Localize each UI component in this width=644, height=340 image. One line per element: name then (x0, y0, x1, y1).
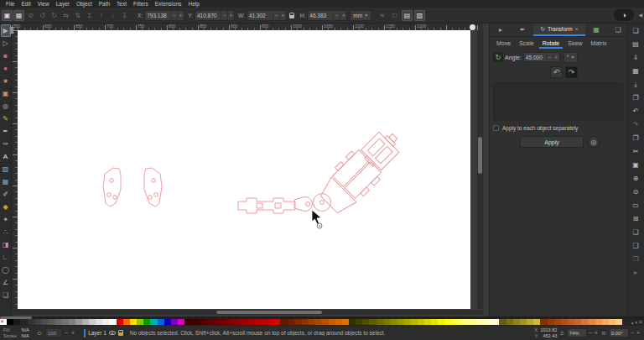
zoom-page-width-button[interactable]: ⊞ (630, 213, 641, 224)
color-swatch[interactable] (247, 319, 253, 325)
menu-item[interactable]: File (3, 1, 18, 7)
layer-visibility-icon[interactable] (109, 331, 116, 335)
color-swatch[interactable] (403, 319, 410, 325)
tweak-tool[interactable]: ✦ (1, 213, 11, 226)
snap-controls-toggle[interactable]: ◑ (614, 9, 634, 21)
color-swatch[interactable] (431, 319, 438, 325)
color-swatch[interactable] (150, 319, 157, 325)
color-swatch[interactable] (383, 319, 390, 325)
lower-button[interactable]: ↓ (107, 10, 118, 21)
color-swatch[interactable] (561, 319, 568, 325)
star-tool[interactable]: ★ (1, 75, 11, 87)
create-clone-button[interactable]: ❑ (630, 240, 641, 251)
rectangle-tool[interactable]: ■ (1, 50, 11, 62)
zoom-input[interactable] (568, 331, 586, 336)
color-swatch[interactable] (164, 319, 171, 325)
raise-to-top-button[interactable]: ↥ (84, 10, 95, 21)
color-swatch[interactable] (609, 319, 615, 325)
color-swatch[interactable] (171, 319, 178, 325)
horizontal-ruler[interactable]: 5506006507007508008509009501000105011001… (12, 24, 483, 30)
opacity-input[interactable] (46, 331, 61, 336)
color-swatch[interactable] (581, 319, 588, 325)
color-swatch[interactable] (239, 319, 246, 325)
color-swatch[interactable] (418, 319, 424, 325)
new-document-button[interactable]: ❏ (630, 25, 641, 36)
apply-button[interactable]: Apply (520, 136, 584, 148)
menu-item[interactable]: Extensions (152, 1, 185, 7)
current-layer-name[interactable]: Layer 1 (88, 330, 106, 336)
color-swatch[interactable] (397, 319, 403, 325)
select-all-in-layers-button[interactable]: ▦ (13, 10, 24, 21)
color-swatch[interactable] (499, 319, 506, 325)
bucket-tool[interactable]: ◆ (1, 201, 11, 213)
palette-scroll-up-icon[interactable]: ▴ (631, 320, 634, 325)
rotate-clockwise-button[interactable]: ↷ (565, 66, 578, 78)
zoom-to-drawing-button[interactable]: ⊙ (630, 186, 641, 197)
menu-item[interactable]: Object (73, 1, 96, 7)
menu-item[interactable]: View (34, 1, 53, 7)
color-swatch[interactable] (219, 319, 226, 325)
color-swatch[interactable] (438, 319, 444, 325)
lock-ratio-icon[interactable] (288, 10, 297, 20)
color-swatch[interactable] (280, 319, 287, 325)
print-button[interactable]: ▦ (630, 65, 641, 76)
color-swatch[interactable] (89, 319, 96, 325)
rotate-direction-icon[interactable]: ↻ (493, 52, 503, 62)
transform-mode-tab[interactable]: Skew (564, 39, 585, 49)
deselect-button[interactable]: ⊘ (25, 10, 36, 21)
zoom-to-page-button[interactable]: ▭ (630, 200, 641, 211)
scale-corners-toggle[interactable]: □ (389, 10, 400, 21)
color-swatch[interactable] (342, 319, 349, 325)
menu-item[interactable]: Help (185, 1, 203, 7)
eraser-tool[interactable]: ◨ (1, 238, 11, 251)
copy-button[interactable]: ❐ (630, 133, 641, 144)
menu-item[interactable]: Layer (53, 1, 73, 7)
collapse-snapbar-icon[interactable]: ◀ (638, 12, 642, 18)
color-swatch[interactable] (0, 319, 7, 325)
color-swatch[interactable] (479, 319, 486, 325)
cut-button[interactable]: ✂ (630, 146, 641, 157)
color-swatch[interactable] (288, 319, 294, 325)
scale-stroke-toggle[interactable]: ≈ (377, 10, 387, 21)
horizontal-scrollbar-thumb[interactable] (216, 311, 322, 314)
color-swatch[interactable] (458, 319, 465, 325)
palette-scrollbar[interactable] (0, 316, 644, 319)
color-swatch[interactable] (55, 319, 61, 325)
color-swatch[interactable] (96, 319, 102, 325)
width-input[interactable] (247, 13, 273, 18)
expand-toolbar-arrow[interactable]: ▸ (630, 267, 641, 278)
color-swatch[interactable] (513, 319, 520, 325)
transform-mode-tab[interactable]: Scale (516, 39, 538, 49)
color-swatch[interactable] (540, 319, 547, 325)
color-swatch[interactable] (486, 319, 492, 325)
color-swatch[interactable] (588, 319, 595, 325)
color-swatch[interactable] (506, 319, 513, 325)
open-document-button[interactable]: ▤ (630, 39, 641, 50)
color-swatch[interactable] (465, 319, 472, 325)
units-dropdown[interactable]: mm▼ (350, 10, 371, 21)
color-swatch[interactable] (520, 319, 527, 325)
color-swatch[interactable] (308, 319, 314, 325)
color-swatch[interactable] (451, 319, 458, 325)
color-swatch[interactable] (28, 319, 34, 325)
color-swatch[interactable] (356, 319, 362, 325)
color-swatch[interactable] (48, 319, 55, 325)
color-swatch[interactable] (314, 319, 321, 325)
color-swatch[interactable] (410, 319, 417, 325)
color-swatch[interactable] (69, 319, 75, 325)
color-swatch[interactable] (34, 319, 41, 325)
color-swatch[interactable] (602, 319, 609, 325)
color-swatch[interactable] (301, 319, 308, 325)
mesh-tool[interactable]: ▦ (1, 175, 11, 188)
color-swatch[interactable] (130, 319, 137, 325)
reset-button[interactable]: ◎ (588, 136, 600, 148)
select-all-button[interactable]: ▣ (2, 10, 13, 21)
color-swatch[interactable] (143, 319, 150, 325)
zoom-tool[interactable]: ◯ (1, 264, 11, 276)
rotate-90-cw-button[interactable]: ↻ (49, 10, 60, 21)
box3d-tool[interactable]: ▣ (1, 87, 11, 100)
color-swatch[interactable] (191, 319, 198, 325)
pages-tool[interactable]: ❏ (1, 289, 11, 301)
menu-item[interactable]: Filters (130, 1, 152, 7)
transform-mode-tab[interactable]: Rotate (539, 39, 564, 49)
